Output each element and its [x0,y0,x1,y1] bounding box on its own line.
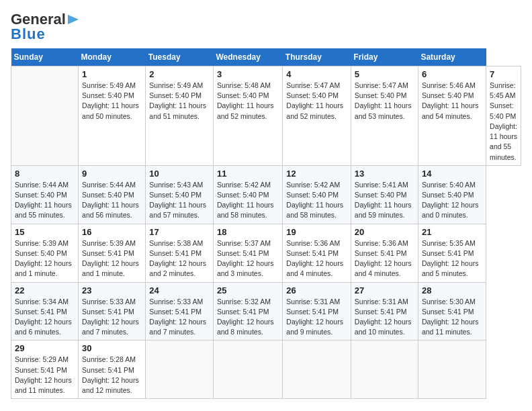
day-info: Sunrise: 5:43 AM Sunset: 5:40 PM Dayligh… [149,180,210,221]
day-number: 27 [355,285,414,295]
calendar-cell: 4Sunrise: 5:47 AM Sunset: 5:40 PM Daylig… [283,66,351,166]
calendar-cell [351,340,418,399]
calendar-cell: 18Sunrise: 5:37 AM Sunset: 5:41 PM Dayli… [213,224,282,282]
calendar-cell: 29Sunrise: 5:29 AM Sunset: 5:41 PM Dayli… [11,340,79,399]
calendar-cell: 28Sunrise: 5:30 AM Sunset: 5:41 PM Dayli… [418,282,486,340]
day-number: 29 [15,343,75,353]
day-info: Sunrise: 5:31 AM Sunset: 5:41 PM Dayligh… [286,297,347,338]
day-number: 23 [82,285,142,295]
calendar-cell: 25Sunrise: 5:32 AM Sunset: 5:41 PM Dayli… [213,282,282,340]
calendar-cell: 14Sunrise: 5:40 AM Sunset: 5:40 PM Dayli… [418,165,486,224]
day-number: 30 [82,343,142,353]
col-header-sunday: Sunday [11,48,79,66]
day-number: 5 [355,69,414,79]
calendar-cell [213,340,282,399]
logo-arrow-icon [66,12,81,27]
day-number: 19 [286,227,347,237]
calendar-cell: 20Sunrise: 5:36 AM Sunset: 5:41 PM Dayli… [351,224,418,282]
calendar-cell: 8Sunrise: 5:44 AM Sunset: 5:40 PM Daylig… [11,165,79,224]
calendar-cell: 22Sunrise: 5:34 AM Sunset: 5:41 PM Dayli… [11,282,79,340]
day-number: 25 [217,285,279,295]
calendar-cell: 21Sunrise: 5:35 AM Sunset: 5:41 PM Dayli… [418,224,486,282]
page-header: General Blue [11,11,521,43]
calendar-cell: 19Sunrise: 5:36 AM Sunset: 5:41 PM Dayli… [283,224,351,282]
logo: General Blue [11,11,81,43]
calendar-cell: 30Sunrise: 5:28 AM Sunset: 5:41 PM Dayli… [79,340,146,399]
day-number: 1 [82,69,142,79]
day-number: 10 [149,169,210,179]
day-info: Sunrise: 5:45 AM Sunset: 5:40 PM Dayligh… [490,81,517,163]
day-number: 4 [286,69,347,79]
week-row-1: 1Sunrise: 5:49 AM Sunset: 5:40 PM Daylig… [11,66,521,166]
day-info: Sunrise: 5:47 AM Sunset: 5:40 PM Dayligh… [355,81,414,122]
day-info: Sunrise: 5:32 AM Sunset: 5:41 PM Dayligh… [217,297,279,338]
day-info: Sunrise: 5:49 AM Sunset: 5:40 PM Dayligh… [149,81,210,122]
col-header-friday: Friday [351,48,418,66]
calendar-cell [146,340,214,399]
day-number: 22 [15,285,75,295]
day-info: Sunrise: 5:35 AM Sunset: 5:41 PM Dayligh… [422,238,482,279]
day-info: Sunrise: 5:48 AM Sunset: 5:40 PM Dayligh… [217,81,279,122]
calendar-cell [283,340,351,399]
day-info: Sunrise: 5:42 AM Sunset: 5:40 PM Dayligh… [217,180,279,221]
day-number: 8 [15,169,75,179]
day-info: Sunrise: 5:31 AM Sunset: 5:41 PM Dayligh… [355,297,414,338]
day-number: 28 [422,285,482,295]
day-info: Sunrise: 5:40 AM Sunset: 5:40 PM Dayligh… [422,180,482,221]
day-number: 14 [422,169,482,179]
calendar-header-row: SundayMondayTuesdayWednesdayThursdayFrid… [11,48,521,66]
calendar-table: SundayMondayTuesdayWednesdayThursdayFrid… [11,48,521,399]
day-info: Sunrise: 5:41 AM Sunset: 5:40 PM Dayligh… [355,180,414,221]
calendar-cell: 1Sunrise: 5:49 AM Sunset: 5:40 PM Daylig… [79,66,146,166]
calendar-cell: 15Sunrise: 5:39 AM Sunset: 5:40 PM Dayli… [11,224,79,282]
calendar-cell: 12Sunrise: 5:42 AM Sunset: 5:40 PM Dayli… [283,165,351,224]
col-header-monday: Monday [79,48,146,66]
day-number: 15 [15,227,75,237]
calendar-cell: 27Sunrise: 5:31 AM Sunset: 5:41 PM Dayli… [351,282,418,340]
calendar-cell: 11Sunrise: 5:42 AM Sunset: 5:40 PM Dayli… [213,165,282,224]
calendar-cell: 5Sunrise: 5:47 AM Sunset: 5:40 PM Daylig… [351,66,418,166]
day-info: Sunrise: 5:36 AM Sunset: 5:41 PM Dayligh… [355,238,414,279]
day-number: 7 [490,69,517,79]
day-info: Sunrise: 5:46 AM Sunset: 5:40 PM Dayligh… [422,81,482,122]
col-header-tuesday: Tuesday [146,48,214,66]
day-info: Sunrise: 5:38 AM Sunset: 5:41 PM Dayligh… [149,238,210,279]
day-info: Sunrise: 5:42 AM Sunset: 5:40 PM Dayligh… [286,180,347,221]
day-number: 3 [217,69,279,79]
calendar-cell: 16Sunrise: 5:39 AM Sunset: 5:41 PM Dayli… [79,224,146,282]
calendar-cell: 23Sunrise: 5:33 AM Sunset: 5:41 PM Dayli… [79,282,146,340]
calendar-cell: 2Sunrise: 5:49 AM Sunset: 5:40 PM Daylig… [146,66,214,166]
day-info: Sunrise: 5:39 AM Sunset: 5:41 PM Dayligh… [82,238,142,279]
day-number: 2 [149,69,210,79]
week-row-5: 29Sunrise: 5:29 AM Sunset: 5:41 PM Dayli… [11,340,521,399]
day-number: 16 [82,227,142,237]
week-row-3: 15Sunrise: 5:39 AM Sunset: 5:40 PM Dayli… [11,224,521,282]
day-info: Sunrise: 5:44 AM Sunset: 5:40 PM Dayligh… [82,180,142,221]
day-info: Sunrise: 5:37 AM Sunset: 5:41 PM Dayligh… [217,238,279,279]
day-number: 12 [286,169,347,179]
day-info: Sunrise: 5:29 AM Sunset: 5:41 PM Dayligh… [15,355,75,396]
day-info: Sunrise: 5:36 AM Sunset: 5:41 PM Dayligh… [286,238,347,279]
day-info: Sunrise: 5:39 AM Sunset: 5:40 PM Dayligh… [15,238,75,279]
col-header-saturday: Saturday [418,48,486,66]
day-info: Sunrise: 5:33 AM Sunset: 5:41 PM Dayligh… [149,297,210,338]
day-number: 18 [217,227,279,237]
calendar-cell: 10Sunrise: 5:43 AM Sunset: 5:40 PM Dayli… [146,165,214,224]
day-info: Sunrise: 5:30 AM Sunset: 5:41 PM Dayligh… [422,297,482,338]
col-header-thursday: Thursday [283,48,351,66]
calendar-cell: 7Sunrise: 5:45 AM Sunset: 5:40 PM Daylig… [486,66,521,166]
day-info: Sunrise: 5:34 AM Sunset: 5:41 PM Dayligh… [15,297,75,338]
logo-blue: Blue [11,26,46,43]
week-row-4: 22Sunrise: 5:34 AM Sunset: 5:41 PM Dayli… [11,282,521,340]
calendar-cell: 24Sunrise: 5:33 AM Sunset: 5:41 PM Dayli… [146,282,214,340]
day-info: Sunrise: 5:47 AM Sunset: 5:40 PM Dayligh… [286,81,347,122]
calendar-cell: 3Sunrise: 5:48 AM Sunset: 5:40 PM Daylig… [213,66,282,166]
col-header-wednesday: Wednesday [213,48,282,66]
day-number: 6 [422,69,482,79]
day-info: Sunrise: 5:49 AM Sunset: 5:40 PM Dayligh… [82,81,142,122]
calendar-cell: 13Sunrise: 5:41 AM Sunset: 5:40 PM Dayli… [351,165,418,224]
day-number: 26 [286,285,347,295]
day-info: Sunrise: 5:44 AM Sunset: 5:40 PM Dayligh… [15,180,75,221]
calendar-cell [418,340,486,399]
day-number: 21 [422,227,482,237]
